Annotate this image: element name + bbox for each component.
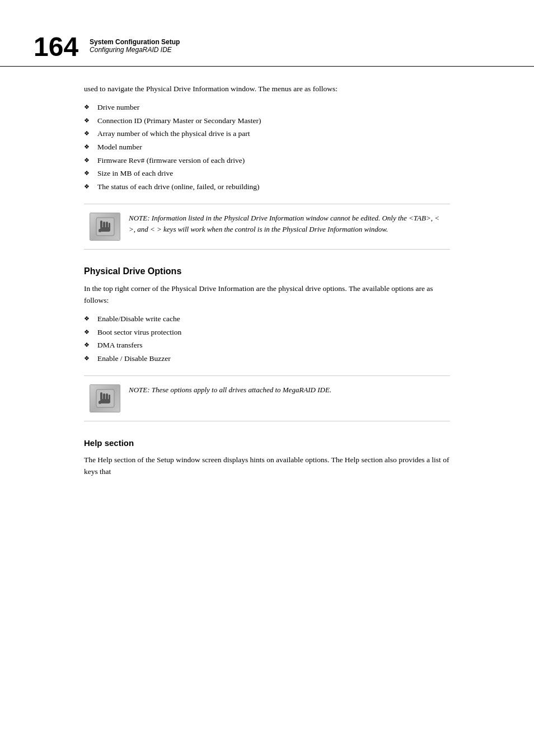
header-subtitle: Configuring MegaRAID IDE bbox=[90, 46, 180, 54]
physical-drive-options-list: Enable/Disable write cacheBoot sector vi… bbox=[84, 313, 450, 364]
list-item: Model number bbox=[84, 141, 450, 153]
physical-drive-options-heading: Physical Drive Options bbox=[84, 266, 450, 276]
svg-rect-1 bbox=[100, 220, 102, 228]
menu-items-list: Drive numberConnection ID (Primary Maste… bbox=[84, 101, 450, 192]
note-icon-2 bbox=[90, 384, 120, 412]
help-section-heading: Help section bbox=[84, 438, 450, 448]
list-item: Connection ID (Primary Master or Seconda… bbox=[84, 115, 450, 127]
note-image-icon bbox=[95, 216, 116, 237]
svg-rect-12 bbox=[100, 399, 110, 403]
list-item: Size in MB of each drive bbox=[84, 167, 450, 180]
list-item: Drive number bbox=[84, 101, 450, 114]
note-2-text: NOTE: These options apply to all drives … bbox=[129, 384, 444, 396]
note-box-2: NOTE: These options apply to all drives … bbox=[84, 375, 450, 421]
svg-rect-6 bbox=[99, 229, 101, 232]
intro-paragraph: used to navigate the Physical Drive Info… bbox=[84, 83, 450, 95]
list-item: Enable/Disable write cache bbox=[84, 313, 450, 325]
list-item: Firmware Rev# (firmware version of each … bbox=[84, 154, 450, 167]
list-item: The status of each drive (online, failed… bbox=[84, 181, 450, 193]
svg-rect-5 bbox=[100, 227, 110, 232]
main-content: used to navigate the Physical Drive Info… bbox=[0, 67, 534, 501]
note-image-icon-2 bbox=[95, 388, 116, 409]
svg-rect-13 bbox=[99, 401, 101, 404]
list-item: Array number of which the physical drive… bbox=[84, 128, 450, 140]
physical-drive-options-intro: In the top right corner of the Physical … bbox=[84, 283, 450, 306]
header-title: System Configuration Setup bbox=[90, 38, 180, 46]
svg-rect-8 bbox=[100, 392, 102, 400]
list-item: Boot sector virus protection bbox=[84, 326, 450, 339]
page-number: 164 bbox=[34, 34, 78, 60]
note-icon-1 bbox=[90, 213, 120, 241]
help-section-text: The Help section of the Setup window scr… bbox=[84, 454, 450, 477]
header-text: System Configuration Setup Configuring M… bbox=[90, 34, 180, 54]
page: 164 System Configuration Setup Configuri… bbox=[0, 0, 534, 756]
list-item: Enable / Disable Buzzer bbox=[84, 353, 450, 365]
note-box-1: NOTE: Information listed in the Physical… bbox=[84, 204, 450, 250]
note-1-text: NOTE: Information listed in the Physical… bbox=[129, 213, 444, 234]
list-item: DMA transfers bbox=[84, 339, 450, 351]
page-header: 164 System Configuration Setup Configuri… bbox=[0, 0, 534, 67]
